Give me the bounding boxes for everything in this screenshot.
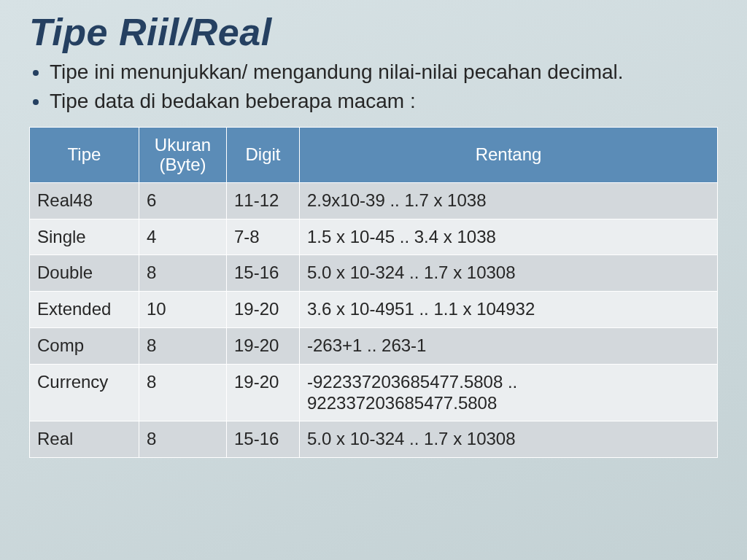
cell: Single	[30, 219, 139, 255]
cell: 4	[139, 219, 227, 255]
table-row: Real 8 15-16 5.0 x 10-324 .. 1.7 x 10308	[30, 421, 718, 458]
cell: Currency	[30, 364, 139, 421]
cell: 3.6 x 10-4951 .. 1.1 x 104932	[300, 292, 718, 328]
cell: 15-16	[227, 421, 300, 458]
slide: Tipe Riil/Real Tipe ini menunjukkan/ men…	[0, 0, 747, 560]
cell: 1.5 x 10-45 .. 3.4 x 1038	[300, 219, 718, 255]
cell: 8	[139, 421, 227, 458]
table-body: Real48 6 11-12 2.9x10-39 .. 1.7 x 1038 S…	[30, 182, 718, 457]
cell: 5.0 x 10-324 .. 1.7 x 10308	[300, 421, 718, 458]
cell: Double	[30, 255, 139, 292]
cell: 8	[139, 255, 227, 292]
bullet-item: Tipe ini menunjukkan/ mengandung nilai-n…	[50, 58, 718, 86]
cell: Extended	[30, 292, 139, 328]
table-row: Single 4 7-8 1.5 x 10-45 .. 3.4 x 1038	[30, 219, 718, 255]
cell: 6	[139, 182, 227, 219]
bullet-list: Tipe ini menunjukkan/ mengandung nilai-n…	[29, 58, 718, 115]
cell: Real	[30, 421, 139, 458]
slide-title: Tipe Riil/Real	[29, 10, 718, 54]
cell: 8	[139, 364, 227, 421]
cell: 19-20	[227, 327, 300, 364]
table-header-row: Tipe Ukuran (Byte) Digit Rentang	[30, 127, 718, 182]
cell: -263+1 .. 263-1	[300, 327, 718, 364]
cell: 19-20	[227, 292, 300, 328]
col-header-tipe: Tipe	[30, 127, 139, 182]
cell: Real48	[30, 182, 139, 219]
cell: 10	[139, 292, 227, 328]
cell: -922337203685477.5808 .. 922337203685477…	[300, 364, 718, 421]
table-row: Extended 10 19-20 3.6 x 10-4951 .. 1.1 x…	[30, 292, 718, 328]
bullet-item: Tipe data di bedakan beberapa macam :	[50, 88, 718, 115]
cell: 15-16	[227, 255, 300, 292]
cell: 11-12	[227, 182, 300, 219]
table-row: Real48 6 11-12 2.9x10-39 .. 1.7 x 1038	[30, 182, 718, 219]
table-row: Comp 8 19-20 -263+1 .. 263-1	[30, 327, 718, 364]
col-header-ukuran: Ukuran (Byte)	[139, 127, 227, 182]
table-row: Double 8 15-16 5.0 x 10-324 .. 1.7 x 103…	[30, 255, 718, 292]
cell: 2.9x10-39 .. 1.7 x 1038	[300, 182, 718, 219]
cell: 7-8	[227, 219, 300, 255]
cell: 19-20	[227, 364, 300, 421]
table-row: Currency 8 19-20 -922337203685477.5808 .…	[30, 364, 718, 421]
type-table: Tipe Ukuran (Byte) Digit Rentang Real48 …	[29, 127, 718, 459]
col-header-digit: Digit	[227, 127, 300, 182]
cell: 8	[139, 327, 227, 364]
cell: 5.0 x 10-324 .. 1.7 x 10308	[300, 255, 718, 292]
cell: Comp	[30, 327, 139, 364]
col-header-rentang: Rentang	[300, 127, 718, 182]
